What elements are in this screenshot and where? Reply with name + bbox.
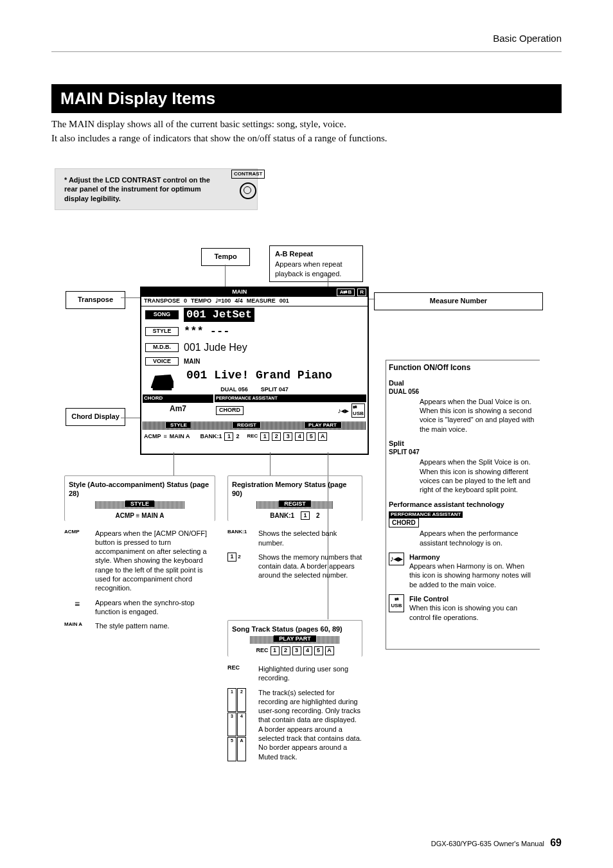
tracks-icon-label: 12345A — [227, 688, 253, 761]
pa-val: CHORD — [216, 406, 244, 415]
acmp-icon-label: ACMP — [64, 529, 90, 593]
bank-text: Shows the selected bank number. — [258, 529, 362, 547]
track-5: 5 — [306, 432, 315, 441]
callout-transpose: Transpose — [66, 291, 125, 309]
style-line-render: ACMP ≡ MAIN A — [69, 511, 211, 520]
mdb-tag: M.D.B. — [145, 343, 179, 352]
song-tag: SONG — [145, 310, 179, 319]
song-val: 001 JetSet — [184, 308, 254, 322]
leader-transpose — [121, 297, 140, 298]
track-block-title: Song Track Status (pages 60, 89) — [232, 624, 358, 633]
callout-chord: Chord Display — [66, 408, 125, 426]
track-3: 3 — [283, 432, 292, 441]
voice-tag: VOICE — [145, 357, 179, 366]
pat-tag1: PERFORMANCE ASSISTANT — [389, 511, 463, 518]
style-block: Style (Auto-accompaniment) Status (page … — [64, 475, 215, 636]
reg-2: 2 — [236, 433, 239, 441]
style-stripe-render: STYLE — [95, 501, 185, 509]
contrast-label: CONTRAST — [231, 170, 265, 179]
intro-line1: The MAIN display shows all of the curren… — [51, 118, 562, 131]
dual-text: Appears when the Dual Voice is on. When … — [420, 397, 535, 434]
rec-text: Highlighted during user song recording. — [258, 664, 362, 683]
leader-tempo — [225, 265, 226, 287]
pat-tag2: CHORD — [389, 518, 419, 527]
track-4: 4 — [295, 432, 304, 441]
lcd-main: MAIN — [143, 288, 337, 296]
callout-ab: A-B Repeat Appears when repeat playback … — [269, 245, 363, 282]
lcd-ab-icon: A⇄B — [337, 288, 355, 296]
leader-regist — [270, 452, 271, 475]
ab-body: Appears when repeat playback is engaged. — [275, 260, 357, 278]
tempo-label: Tempo — [207, 252, 244, 261]
track-stripe-render: PLAY PART — [250, 636, 340, 644]
track-2: 2 — [272, 432, 281, 441]
voice-sub: MAIN — [184, 357, 200, 366]
leader-style — [173, 452, 174, 475]
regist-block: Registration Memory Status (page 90) REG… — [227, 475, 362, 585]
dual-tag: DUAL 056 — [389, 387, 535, 396]
func-block: Function ON/Off Icons Dual DUAL 056 Appe… — [389, 363, 535, 627]
measure-label: Measure Number — [380, 296, 537, 305]
func-bracket-v — [386, 360, 386, 649]
mem-text: Shows the memory numbers that contain da… — [258, 553, 362, 580]
sync-icon: ≡ — [164, 433, 167, 441]
split-indicator: SPLIT 047 — [261, 386, 289, 394]
lcd-timesig: 4/4 — [235, 297, 243, 305]
dual-hdr: Dual — [389, 378, 535, 387]
bank-label: BANK:1 — [200, 433, 222, 441]
style-block-title: Style (Auto-accompaniment) Status (page … — [69, 480, 211, 499]
harmony-icon-box: ♪◂▸ — [389, 553, 404, 565]
rec-label: REC — [247, 433, 258, 439]
knob-icon — [240, 182, 256, 199]
style-tag: STYLE — [145, 327, 179, 336]
regmem-1: 1 — [301, 511, 310, 520]
footer: DGX-630/YPG-635 Owner's Manual 69 — [431, 837, 562, 850]
maina-label: MAIN A — [170, 433, 190, 441]
regist-stripe: REGIST — [215, 421, 279, 429]
regist-line-render: BANK:1 1 2 — [232, 511, 358, 520]
pa-hdr: PERFORMANCE ASSISTANT — [215, 394, 366, 402]
lcd-tempo-note: ♩=100 — [215, 297, 231, 305]
lcd-stripe-row: STYLE REGIST PLAY PART — [141, 420, 368, 430]
leader-ab — [328, 275, 328, 287]
piano-icon — [148, 370, 177, 393]
usb-icon-box: ⇄USB — [389, 594, 404, 612]
regist-stripe-render: REGIST — [256, 501, 333, 509]
acmp-label: ACMP — [144, 433, 161, 441]
track-a: A — [318, 432, 327, 441]
footer-manual: DGX-630/YPG-635 Owner's Manual — [431, 840, 544, 847]
lcd-transpose-val: 0 — [184, 297, 187, 305]
footer-page: 69 — [550, 837, 562, 848]
usb-icon: ⇄USB — [351, 403, 365, 418]
file-text: When this icon is showing you can contro… — [409, 603, 535, 622]
track-1: 1 — [260, 432, 269, 441]
harm-hdr: Harmony — [409, 553, 535, 562]
contrast-note: * Adjust the LCD CONTRAST control on the… — [55, 168, 258, 210]
track-line-render: REC 12345A — [232, 646, 358, 655]
regist-block-title: Registration Memory Status (page 90) — [232, 480, 358, 499]
lcd-bottom-row: ACMP ≡ MAIN A BANK:1 1 2 REC 1 2 3 4 5 A — [141, 431, 368, 443]
lcd-infoline: TRANSPOSE 0 TEMPO ♩=100 4/4 MEASURE 001 — [141, 297, 368, 306]
chord-val: Am7 — [143, 403, 213, 416]
acmp-text: Appears when the [ACMP ON/OFF] button is… — [95, 529, 215, 593]
chord-label: Chord Display — [71, 412, 120, 421]
callout-tempo: Tempo — [201, 248, 250, 266]
transpose-label: Transpose — [71, 295, 120, 304]
playpart-stripe: PLAY PART — [279, 421, 366, 429]
style-val: *** --- — [184, 324, 229, 339]
mem-icon-label: 1 2 — [227, 553, 253, 580]
file-hdr: File Control — [409, 594, 535, 603]
svg-rect-0 — [153, 387, 172, 390]
intro-text: The MAIN display shows all of the curren… — [51, 118, 562, 145]
func-bracket-h1 — [386, 360, 540, 360]
rec-icon-label: REC — [227, 664, 253, 683]
style-stripe: STYLE — [143, 421, 215, 429]
maina-text: The style pattern name. — [95, 621, 215, 630]
maina-icon-label: MAIN A — [64, 621, 90, 630]
harm-text: Appears when Harmony is on. When this ic… — [409, 562, 535, 589]
mdb-val: 001 Jude Hey — [184, 341, 247, 355]
bank-icon-label: BANK:1 — [227, 529, 253, 547]
split-hdr: Split — [389, 439, 535, 448]
leader-chord — [121, 418, 140, 418]
harmony-icon: ♪◂▸ — [338, 406, 350, 415]
